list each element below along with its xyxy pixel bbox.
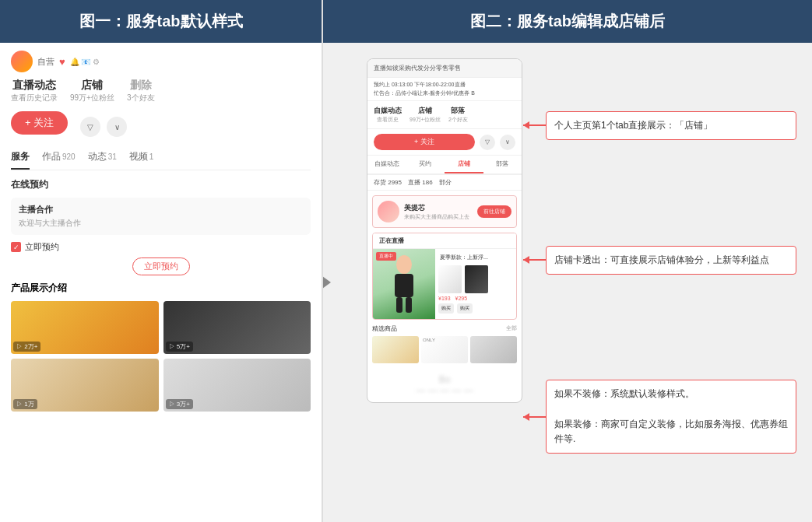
live-products-list: 夏季新款：上新浮... ¥193 ¥295 购 xyxy=(435,249,516,319)
shop-desc: 来购买大主播商品购买上去 xyxy=(404,213,473,221)
right-title: 图二：服务tab编辑成店铺后 xyxy=(470,12,665,30)
shop-avatar xyxy=(378,201,399,222)
cooperation-card: 主播合作 欢迎与大主播合作 xyxy=(11,198,311,235)
phone-filter-icon[interactable]: ▽ xyxy=(480,135,495,150)
annotation-3-text: 如果不装修：系统默认装修样式。 如果装修：商家可自定义装修，比如服务海报、优惠券… xyxy=(554,388,788,444)
tab-service[interactable]: 服务 xyxy=(11,150,30,170)
live-product-title: 夏季新款：上新浮... xyxy=(438,252,513,263)
svg-rect-1 xyxy=(395,274,413,297)
stat-delete-label: 3个好友 xyxy=(127,93,155,103)
tab-video[interactable]: 视频1 xyxy=(129,150,154,170)
stat-delete: 删除 3个好友 xyxy=(127,79,155,103)
live-time-1: 预约上 03:13:00 下午18:00-22:00直播 xyxy=(374,81,515,89)
goods-image-1 xyxy=(372,336,419,363)
phone-shop-stats: 存货 2995 直播 186 部分 xyxy=(367,175,522,191)
stat-live: 直播动态 查看历史记录 xyxy=(11,79,58,103)
phone-stats-row: 自媒动态 查看历史 店铺 99万+位粉丝 部落 2个好友 xyxy=(367,101,522,129)
phone-shop-card: 美提芯 来购买大主播商品购买上去 前往店铺 xyxy=(372,195,517,228)
phone-live-section: 正在直播 直播中 xyxy=(372,233,517,320)
tab-dynamic[interactable]: 动态31 xyxy=(88,150,117,170)
live-time-2: 忙告合：品传小端让来-服务分钟/优惠券 B xyxy=(374,89,515,98)
stat-shop: 店铺 99万+位粉丝 xyxy=(70,79,114,103)
phone-more-icon[interactable]: ∨ xyxy=(500,135,515,150)
phone-goods-section: 精选商品 全部 ONLY xyxy=(372,324,517,363)
buy-button-1[interactable]: 购买 xyxy=(438,303,454,314)
phone-shop-stat-1: 存货 2995 xyxy=(374,178,402,187)
heart-icon: ♥ xyxy=(59,56,65,68)
stat-shop-num: 店铺 xyxy=(70,79,114,93)
video-overlay-4: ▷ 3万+ xyxy=(166,399,193,409)
stat-live-label: 查看历史记录 xyxy=(11,93,58,103)
online-booking-title: 在线预约 xyxy=(11,178,311,191)
buy-button-2[interactable]: 购买 xyxy=(457,303,473,314)
annotation-3: 如果不装修：系统默认装修样式。 如果装修：商家可自定义装修，比如服务海报、优惠券… xyxy=(546,380,796,454)
product-intro-title: 产品展示介绍 xyxy=(11,282,311,295)
price-row: ¥193 ¥295 xyxy=(438,296,513,301)
more-icons: ▽ ∨ xyxy=(80,117,127,137)
left-panel: 图一：服务tab默认样式 自营 ♥ 🔔 📧 ⚙ 直播动态 查看历史记录 店铺 9… xyxy=(0,0,323,522)
live-section-title: 正在直播 xyxy=(373,233,516,249)
main-container: 图一：服务tab默认样式 自营 ♥ 🔔 📧 ⚙ 直播动态 查看历史记录 店铺 9… xyxy=(0,0,812,522)
annotations-area: 个人主页第1个tab直接展示：「店铺」 店铺卡透出：可直接展示店铺体验分，上新等… xyxy=(530,51,804,514)
stats-row: 直播动态 查看历史记录 店铺 99万+位粉丝 删除 3个好友 xyxy=(11,79,311,103)
live-label: 直播中 xyxy=(376,252,396,261)
left-content: 自营 ♥ 🔔 📧 ⚙ 直播动态 查看历史记录 店铺 99万+位粉丝 删除 3个好… xyxy=(0,43,322,522)
checkbox-immediate[interactable] xyxy=(11,242,21,252)
product-thumb-2: ▷ 5万+ xyxy=(163,301,311,354)
goods-images: ONLY xyxy=(372,336,517,363)
phone-wrapper: 直播知彼采购代发分分零售零售 预约上 03:13:00 下午18:00-22:0… xyxy=(351,58,522,514)
visit-shop-button[interactable]: 前往店铺 xyxy=(477,205,511,218)
tab-works[interactable]: 作品920 xyxy=(42,150,76,170)
phone-mockup: 直播知彼采购代发分分零售零售 预约上 03:13:00 下午18:00-22:0… xyxy=(367,58,522,403)
video-overlay-2: ▷ 5万+ xyxy=(166,342,193,352)
phone-follow-row: + 关注 ▽ ∨ xyxy=(367,129,522,156)
annotation-arrow-1 xyxy=(523,124,547,126)
goods-image-3 xyxy=(470,336,517,363)
price-1: ¥193 xyxy=(438,296,451,301)
mini-product-1 xyxy=(438,265,462,293)
stat-live-num: 直播动态 xyxy=(11,79,58,93)
blur-line-1: Bo xyxy=(374,374,515,385)
svg-rect-3 xyxy=(406,297,412,313)
immediate-button[interactable]: 立即预约 xyxy=(132,257,190,275)
annotation-arrow-2 xyxy=(523,259,547,261)
phone-stat-1: 自媒动态 查看历史 xyxy=(374,106,402,124)
filter-icon[interactable]: ▽ xyxy=(80,117,100,137)
left-title: 图一：服务tab默认样式 xyxy=(79,12,243,30)
phone-follow-button[interactable]: + 关注 xyxy=(374,134,475,150)
phone-stat-2: 店铺 99万+位粉丝 xyxy=(410,106,441,124)
product-grid: ▷ 2万+ ▷ 5万+ ▷ 1万 ▷ 3万+ xyxy=(11,301,311,412)
product-thumb-4: ▷ 3万+ xyxy=(163,359,311,412)
avatar xyxy=(11,51,33,72)
coop-desc: 欢迎与大主播合作 xyxy=(19,218,303,229)
phone-tab-buy[interactable]: 买约 xyxy=(406,156,445,173)
live-product-row-1 xyxy=(438,265,513,293)
price-2: ¥295 xyxy=(455,296,468,301)
phone-shop-stat-3: 部分 xyxy=(439,178,452,187)
phone-tab-live[interactable]: 自媒动态 xyxy=(367,156,406,173)
checkbox-label: 立即预约 xyxy=(25,241,59,253)
phone-header: 直播知彼采购代发分分零售零售 xyxy=(367,59,522,78)
mini-product-2 xyxy=(465,265,488,293)
phone-tab-community[interactable]: 部落 xyxy=(483,156,522,173)
annotation-2-text: 店铺卡透出：可直接展示店铺体验分，上新等利益点 xyxy=(554,254,769,265)
svg-point-0 xyxy=(396,255,412,274)
more-icon[interactable]: ∨ xyxy=(107,117,127,137)
live-section-content: 直播中 夏季新款：上新浮... xyxy=(373,249,516,319)
divider-arrow xyxy=(323,275,331,290)
buy-btn-row: 购买 购买 xyxy=(438,303,513,314)
left-header: 图一：服务tab默认样式 xyxy=(0,0,322,43)
stat-shop-label: 99万+位粉丝 xyxy=(70,93,114,103)
follow-button[interactable]: + 关注 xyxy=(11,111,68,135)
bottom-blur-area: Bo — — — — — xyxy=(367,368,522,402)
right-panel: 图二：服务tab编辑成店铺后 直播知彼采购代发分分零售零售 预约上 03:13:… xyxy=(323,0,812,522)
phone-tabs: 自媒动态 买约 店铺 部落 xyxy=(367,156,522,175)
goods-more[interactable]: 全部 xyxy=(506,324,517,333)
annotation-2: 店铺卡透出：可直接展示店铺体验分，上新等利益点 xyxy=(546,246,796,275)
profile-top: 自营 ♥ 🔔 📧 ⚙ xyxy=(11,51,311,72)
phone-tab-shop[interactable]: 店铺 xyxy=(445,156,483,173)
stat-delete-num: 删除 xyxy=(127,79,155,93)
video-overlay-1: ▷ 2万+ xyxy=(13,342,40,352)
phone-live-info: 预约上 03:13:00 下午18:00-22:00直播 忙告合：品传小端让来-… xyxy=(367,78,522,101)
phone-live-text: 直播知彼采购代发分分零售零售 xyxy=(374,64,515,72)
